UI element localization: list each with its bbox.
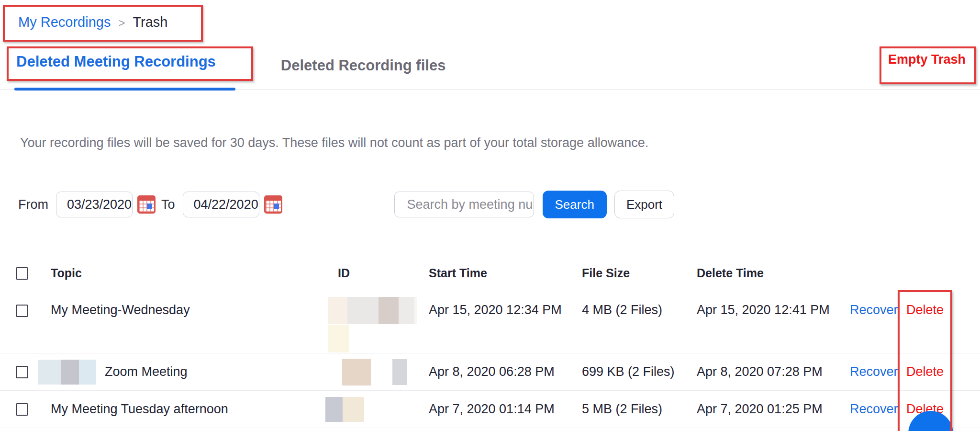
delete-link[interactable]: Delete bbox=[906, 364, 944, 379]
active-tab-annotation: Deleted Meeting Recordings bbox=[7, 46, 253, 81]
meeting-id-redacted bbox=[338, 397, 429, 422]
recover-link[interactable]: Recover bbox=[850, 402, 898, 417]
col-start-time: Start Time bbox=[429, 266, 582, 280]
trash-page: My Recordings > Trash Deleted Meeting Re… bbox=[0, 0, 980, 428]
col-topic: Topic bbox=[51, 266, 338, 280]
select-all-checkbox[interactable] bbox=[16, 267, 28, 280]
delete-time: Apr 15, 2020 12:41 PM bbox=[697, 290, 850, 318]
retention-notice: Your recording files will be saved for 3… bbox=[20, 136, 980, 150]
deleted-recordings-table: Topic ID Start Time File Size Delete Tim… bbox=[0, 257, 980, 428]
table-header-row: Topic ID Start Time File Size Delete Tim… bbox=[0, 257, 980, 290]
file-size: 5 MB (2 Files) bbox=[582, 402, 697, 417]
table-row: My Meeting Tuesday afternoon Apr 7, 2020… bbox=[0, 391, 980, 428]
redacted-id-blur bbox=[342, 359, 371, 386]
delete-link[interactable]: Delete bbox=[906, 303, 944, 318]
delete-time: Apr 7, 2020 01:25 PM bbox=[697, 402, 850, 417]
search-button[interactable]: Search bbox=[543, 191, 607, 218]
meeting-number-search-input[interactable] bbox=[394, 192, 534, 217]
tab-deleted-meeting-recordings[interactable]: Deleted Meeting Recordings bbox=[16, 53, 216, 70]
start-time: Apr 7, 2020 01:14 PM bbox=[429, 402, 582, 417]
breadcrumb-my-recordings[interactable]: My Recordings bbox=[18, 14, 111, 30]
start-time: Apr 8, 2020 06:28 PM bbox=[429, 364, 582, 379]
breadcrumb-current: Trash bbox=[133, 14, 167, 30]
breadcrumb-annotation: My Recordings > Trash bbox=[3, 5, 203, 42]
row-checkbox[interactable] bbox=[16, 366, 28, 378]
meeting-id-redacted bbox=[338, 359, 429, 386]
recover-link[interactable]: Recover bbox=[850, 303, 898, 318]
row-checkbox[interactable] bbox=[16, 305, 28, 317]
redacted-id-blur bbox=[328, 297, 417, 324]
start-time: Apr 15, 2020 12:34 PM bbox=[429, 290, 582, 318]
from-label: From bbox=[18, 197, 48, 212]
from-calendar-icon[interactable] bbox=[137, 195, 156, 214]
file-size: 4 MB (2 Files) bbox=[582, 290, 697, 318]
tab-deleted-recording-files[interactable]: Deleted Recording files bbox=[281, 57, 446, 74]
col-file-size: File Size bbox=[582, 266, 697, 280]
topic-text: My Meeting-Wednesday bbox=[51, 303, 190, 318]
to-date-input[interactable] bbox=[183, 192, 259, 217]
tabs-bar: Deleted Meeting Recordings Deleted Recor… bbox=[5, 46, 980, 84]
meeting-id-redacted bbox=[338, 290, 429, 352]
redacted-id-blur bbox=[328, 325, 349, 352]
table-row: Zoom Meeting Apr 8, 2020 06:28 PM 699 KB… bbox=[0, 353, 980, 391]
empty-trash-button[interactable]: Empty Trash bbox=[888, 52, 966, 67]
file-size: 699 KB (2 Files) bbox=[582, 364, 697, 379]
to-label: To bbox=[161, 197, 175, 212]
export-button[interactable]: Export bbox=[614, 191, 674, 218]
calendar-icon-day-dot bbox=[147, 204, 152, 209]
topic-text: My Meeting Tuesday afternoon bbox=[51, 402, 228, 417]
recover-link[interactable]: Recover bbox=[850, 364, 898, 379]
active-tab-underline bbox=[14, 88, 235, 91]
delete-time: Apr 8, 2020 07:28 PM bbox=[697, 364, 850, 379]
breadcrumb: My Recordings > Trash bbox=[18, 14, 167, 30]
table-row: My Meeting-Wednesday Apr 15, 2020 12:34 … bbox=[0, 290, 980, 353]
calendar-icon-day-dot bbox=[274, 204, 279, 209]
row-checkbox[interactable] bbox=[16, 403, 28, 416]
table-body: My Meeting-Wednesday Apr 15, 2020 12:34 … bbox=[0, 290, 980, 428]
to-calendar-icon[interactable] bbox=[264, 195, 282, 214]
col-id: ID bbox=[338, 266, 429, 280]
empty-trash-annotation: Empty Trash bbox=[880, 46, 976, 84]
topic-text: Zoom Meeting bbox=[105, 364, 188, 379]
breadcrumb-separator-icon: > bbox=[118, 16, 125, 30]
filter-bar: From To Search Export bbox=[18, 191, 980, 218]
calendar-icon-top bbox=[138, 196, 155, 201]
redacted-id-blur bbox=[392, 359, 407, 385]
from-date-input[interactable] bbox=[56, 192, 133, 217]
redacted-id-blur bbox=[325, 397, 364, 422]
col-delete-time: Delete Time bbox=[697, 266, 850, 280]
tabs-divider bbox=[0, 89, 980, 90]
redacted-topic-blur bbox=[38, 360, 96, 385]
calendar-icon-top bbox=[265, 196, 281, 201]
